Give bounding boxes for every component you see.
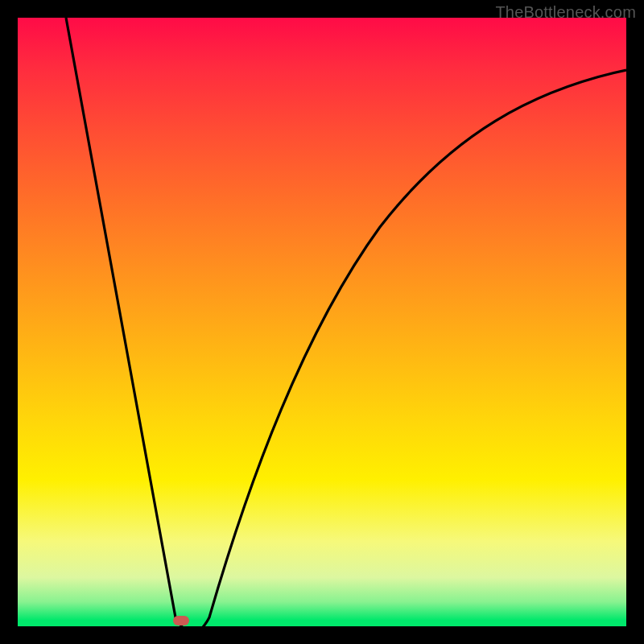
chart-frame: TheBottleneck.com bbox=[0, 0, 644, 644]
watermark-text: TheBottleneck.com bbox=[495, 3, 636, 22]
curve-path bbox=[66, 18, 626, 626]
optimal-point-marker bbox=[173, 616, 189, 625]
plot-area bbox=[18, 18, 626, 626]
bottleneck-curve bbox=[18, 18, 626, 626]
